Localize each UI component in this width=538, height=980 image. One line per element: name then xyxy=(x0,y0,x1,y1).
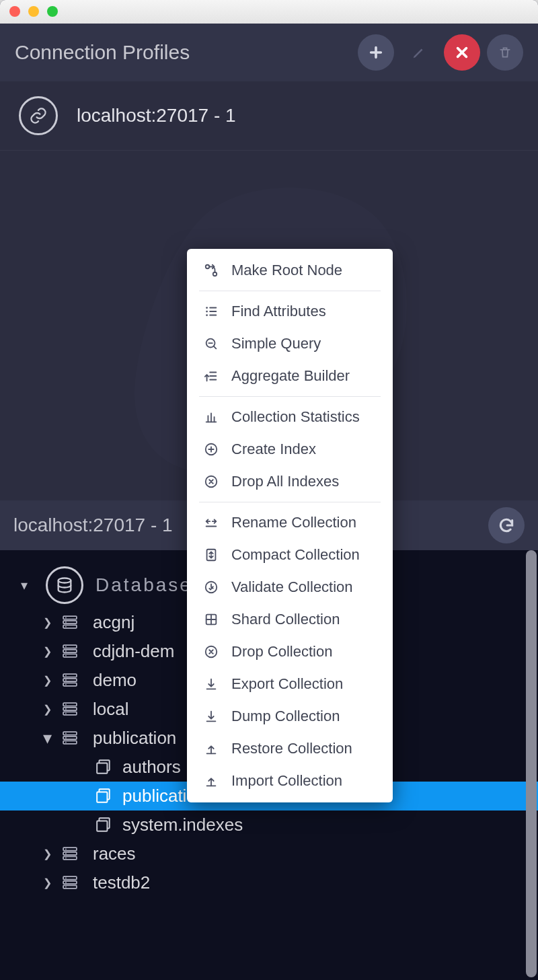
svg-point-0 xyxy=(59,578,71,582)
svg-rect-1 xyxy=(63,616,77,619)
svg-rect-26 xyxy=(63,737,77,739)
context-menu-item[interactable]: Create Index xyxy=(187,433,393,465)
aggregate-icon xyxy=(202,369,221,383)
svg-point-40 xyxy=(65,849,67,850)
connection-link-icon xyxy=(19,96,58,135)
context-menu-label: Simple Query xyxy=(231,335,321,352)
tree-scrollbar[interactable] xyxy=(526,550,537,977)
tree-collection-label: authors xyxy=(122,757,181,778)
svg-rect-45 xyxy=(63,886,77,889)
pencil-icon xyxy=(412,45,426,60)
upload-icon xyxy=(202,741,221,756)
svg-point-41 xyxy=(65,853,67,854)
svg-point-17 xyxy=(65,679,67,681)
window-titlebar xyxy=(0,0,538,24)
tree-db-item[interactable]: ❯races xyxy=(0,839,538,868)
tree-db-label: publication xyxy=(93,728,176,749)
svg-point-16 xyxy=(65,675,67,677)
svg-rect-3 xyxy=(63,626,77,628)
database-icon xyxy=(56,673,83,687)
context-menu-label: Collection Statistics xyxy=(231,408,360,426)
context-menu-item[interactable]: Export Collection xyxy=(187,668,393,700)
tree-db-label: testdb2 xyxy=(93,872,150,893)
context-menu-label: Drop All Indexes xyxy=(231,473,339,490)
context-menu-item[interactable]: Drop Collection xyxy=(187,636,393,668)
svg-rect-7 xyxy=(63,645,77,648)
database-icon xyxy=(56,702,83,716)
context-menu-item[interactable]: Simple Query xyxy=(187,328,393,360)
validate-icon xyxy=(202,580,221,595)
context-menu-item[interactable]: Validate Collection xyxy=(187,571,393,603)
context-menu-item[interactable]: Dump Collection xyxy=(187,700,393,732)
svg-point-4 xyxy=(65,617,67,619)
chevron-right-icon: ❯ xyxy=(38,674,56,687)
tree-db-item[interactable]: ❯testdb2 xyxy=(0,868,538,897)
databases-icon xyxy=(46,566,83,604)
context-menu-label: Aggregate Builder xyxy=(231,367,350,385)
svg-rect-38 xyxy=(63,852,77,855)
tree-db-label: local xyxy=(93,699,128,720)
context-menu-item[interactable]: Make Root Node xyxy=(187,254,393,287)
context-menu: Make Root NodeFind AttributesSimple Quer… xyxy=(187,249,393,802)
window-close-icon[interactable] xyxy=(9,6,20,17)
svg-point-51 xyxy=(206,307,208,309)
chevron-right-icon: ❯ xyxy=(38,847,56,860)
tree-db-label: acgnj xyxy=(93,612,134,633)
context-menu-label: Restore Collection xyxy=(231,740,352,757)
context-menu-label: Shard Collection xyxy=(231,611,340,628)
delete-profile-button[interactable] xyxy=(487,34,523,71)
context-menu-label: Create Index xyxy=(231,441,316,458)
connection-item[interactable]: localhost:27017 - 1 xyxy=(0,81,538,151)
svg-point-11 xyxy=(65,650,67,652)
context-menu-label: Rename Collection xyxy=(231,514,356,531)
context-menu-item[interactable]: Shard Collection xyxy=(187,603,393,636)
window-maximize-icon[interactable] xyxy=(47,6,58,17)
svg-rect-19 xyxy=(63,703,77,706)
svg-rect-36 xyxy=(97,821,107,831)
svg-rect-9 xyxy=(63,654,77,657)
tree-db-label: demo xyxy=(93,670,137,691)
context-menu-label: Export Collection xyxy=(231,675,343,693)
context-menu-item[interactable]: Aggregate Builder xyxy=(187,360,393,392)
search-icon xyxy=(202,336,221,351)
remove-profile-button[interactable] xyxy=(444,34,480,71)
svg-point-48 xyxy=(65,887,67,888)
collection-icon xyxy=(94,788,113,804)
window-minimize-icon[interactable] xyxy=(28,6,39,17)
chevron-down-icon: ▾ xyxy=(15,577,34,593)
context-menu-item[interactable]: Find Attributes xyxy=(187,295,393,328)
reload-button[interactable] xyxy=(488,507,525,543)
svg-point-42 xyxy=(65,858,67,859)
database-icon xyxy=(56,644,83,658)
tree-collection-item[interactable]: system.indexes xyxy=(0,811,538,839)
svg-point-46 xyxy=(65,878,67,879)
context-menu-item[interactable]: Compact Collection xyxy=(187,539,393,571)
database-icon xyxy=(56,615,83,630)
rename-icon xyxy=(202,515,221,530)
svg-rect-37 xyxy=(63,847,77,850)
svg-rect-25 xyxy=(63,732,77,734)
collection-icon xyxy=(94,817,113,833)
chevron-right-icon: ❯ xyxy=(38,876,56,889)
context-menu-label: Compact Collection xyxy=(231,546,360,564)
chevron-right-icon: ❯ xyxy=(38,645,56,658)
svg-rect-39 xyxy=(63,857,77,860)
context-menu-item[interactable]: Drop All Indexes xyxy=(187,465,393,498)
edit-profile-button[interactable] xyxy=(401,34,437,71)
context-menu-item[interactable]: Collection Statistics xyxy=(187,401,393,433)
context-menu-separator xyxy=(199,396,381,397)
plus-icon xyxy=(369,45,383,60)
add-profile-button[interactable] xyxy=(358,34,394,71)
x-circle-icon xyxy=(202,644,221,659)
context-menu-label: Drop Collection xyxy=(231,643,332,661)
context-menu-item[interactable]: Import Collection xyxy=(187,765,393,797)
svg-rect-27 xyxy=(63,741,77,744)
context-menu-item[interactable]: Rename Collection xyxy=(187,506,393,539)
context-menu-label: Find Attributes xyxy=(231,303,326,320)
context-menu-item[interactable]: Restore Collection xyxy=(187,732,393,765)
svg-point-24 xyxy=(65,713,67,714)
svg-rect-44 xyxy=(63,881,77,884)
context-menu-separator xyxy=(199,502,381,502)
svg-rect-34 xyxy=(97,792,107,802)
svg-point-29 xyxy=(65,737,67,739)
